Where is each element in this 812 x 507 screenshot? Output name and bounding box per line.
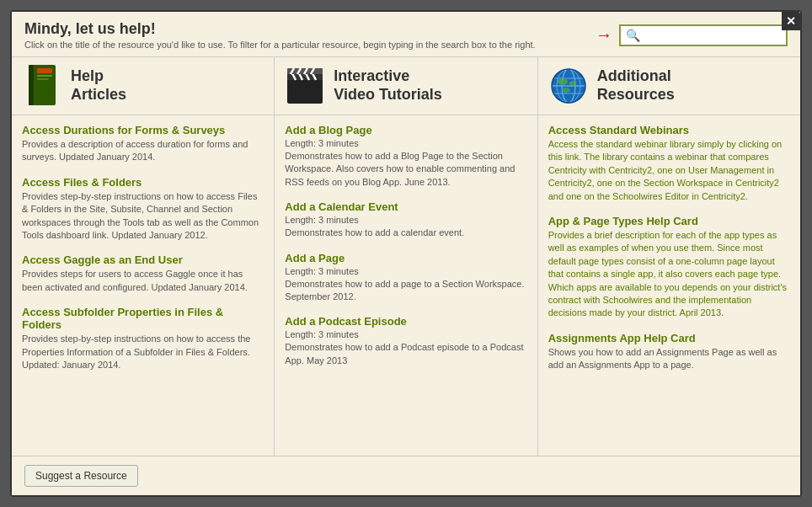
resource-desc: Provides a brief description for each of… <box>548 229 790 320</box>
video-tutorials-title: Interactive Video Tutorials <box>334 67 441 104</box>
list-item: Access Files & Folders Provides step-by-… <box>22 176 264 243</box>
svg-rect-5 <box>287 78 323 104</box>
header-text: Mindy, let us help! Click on the title o… <box>24 20 536 50</box>
modal-footer: Suggest a Resource <box>12 456 800 495</box>
list-item: App & Page Types Help Card Provides a br… <box>548 215 790 320</box>
suggest-resource-button[interactable]: Suggest a Resource <box>24 465 138 487</box>
modal-subtitle: Click on the title of the resource you'd… <box>24 40 536 50</box>
list-item: Add a Podcast Episode Length: 3 minutes … <box>285 315 526 367</box>
list-item: Access Standard Webinars Access the stan… <box>548 124 790 203</box>
help-articles-list: Access Durations for Forms & Surveys Pro… <box>12 115 274 456</box>
help-articles-column: Help Articles Access Durations for Forms… <box>12 57 275 456</box>
globe-icon <box>548 66 589 106</box>
resource-link[interactable]: Assignments App Help Card <box>548 332 696 344</box>
list-item: Access Subfolder Properties in Files & F… <box>22 306 264 371</box>
additional-resources-title: Additional Resources <box>597 67 675 104</box>
book-icon <box>22 66 62 106</box>
resource-link[interactable]: Access Standard Webinars <box>548 124 689 136</box>
svg-rect-3 <box>37 75 52 77</box>
list-item: Add a Calendar Event Length: 3 minutes D… <box>285 200 526 239</box>
list-item: Add a Page Length: 3 minutes Demonstrate… <box>285 252 526 304</box>
help-articles-title: Help Articles <box>71 67 126 104</box>
search-box[interactable]: 🔍 <box>619 24 788 46</box>
resource-desc: Demonstrates how to add a page to a Sect… <box>285 278 526 304</box>
resource-link[interactable]: Add a Page <box>285 252 345 264</box>
video-tutorials-list: Add a Blog Page Length: 3 minutes Demons… <box>275 115 537 456</box>
resource-desc: Access the standard webinar library simp… <box>548 138 790 203</box>
resource-link[interactable]: Access Durations for Forms & Surveys <box>22 124 225 136</box>
additional-resources-list: Access Standard Webinars Access the stan… <box>538 115 800 456</box>
list-item: Access Durations for Forms & Surveys Pro… <box>22 124 264 164</box>
header-right: → 🔍 <box>596 24 788 46</box>
list-item: Assignments App Help Card Shows you how … <box>548 332 790 372</box>
svg-point-24 <box>558 78 568 85</box>
resource-length: Length: 3 minutes <box>285 215 526 225</box>
search-input[interactable] <box>644 29 781 41</box>
columns-container: Help Articles Access Durations for Forms… <box>12 57 800 456</box>
resource-desc: Shows you how to add an Assignments Page… <box>548 346 790 372</box>
resource-link[interactable]: Access Subfolder Properties in Files & F… <box>22 306 223 331</box>
help-modal: ✕ Mindy, let us help! Click on the title… <box>10 10 802 497</box>
additional-resources-header: Additional Resources <box>538 57 800 115</box>
resource-desc: Demonstrates how to add a Blog Page to t… <box>285 150 526 189</box>
search-icon: 🔍 <box>626 29 640 42</box>
svg-point-26 <box>562 88 570 93</box>
resource-desc: Demonstrates how to add a calendar event… <box>285 227 526 239</box>
clapperboard-icon <box>285 66 325 106</box>
resource-desc: Provides a description of access duratio… <box>22 138 264 164</box>
list-item: Access Gaggle as an End User Provides st… <box>22 254 264 294</box>
resource-length: Length: 3 minutes <box>285 138 526 148</box>
svg-rect-2 <box>37 68 52 73</box>
resource-link[interactable]: Access Gaggle as an End User <box>22 254 183 266</box>
additional-resources-column: Additional Resources Access Standard Web… <box>538 57 800 456</box>
resource-desc: Provides step-by-step instructions on ho… <box>22 190 264 243</box>
resource-length: Length: 3 minutes <box>285 266 526 276</box>
svg-point-25 <box>569 81 576 86</box>
resource-desc: Provides steps for users to access Gaggl… <box>22 268 264 294</box>
video-tutorials-column: Interactive Video Tutorials Add a Blog P… <box>275 57 537 456</box>
resource-link[interactable]: Add a Blog Page <box>285 124 371 136</box>
modal-title: Mindy, let us help! <box>24 20 536 38</box>
resource-link[interactable]: Access Files & Folders <box>22 176 142 189</box>
help-articles-header: Help Articles <box>12 57 274 115</box>
resource-desc: Demonstrates how to add a Podcast episod… <box>285 341 526 367</box>
svg-rect-1 <box>29 65 34 105</box>
resource-desc: Provides step-by-step instructions on ho… <box>22 333 264 371</box>
video-tutorials-header: Interactive Video Tutorials <box>275 57 537 115</box>
resource-link[interactable]: Add a Podcast Episode <box>285 315 406 328</box>
arrow-icon: → <box>596 25 612 45</box>
resource-link[interactable]: App & Page Types Help Card <box>548 215 698 227</box>
svg-rect-4 <box>37 78 49 80</box>
modal-header: Mindy, let us help! Click on the title o… <box>12 12 800 57</box>
close-button[interactable]: ✕ <box>782 12 800 30</box>
list-item: Add a Blog Page Length: 3 minutes Demons… <box>285 124 526 189</box>
resource-length: Length: 3 minutes <box>285 329 526 339</box>
resource-link[interactable]: Add a Calendar Event <box>285 200 398 213</box>
